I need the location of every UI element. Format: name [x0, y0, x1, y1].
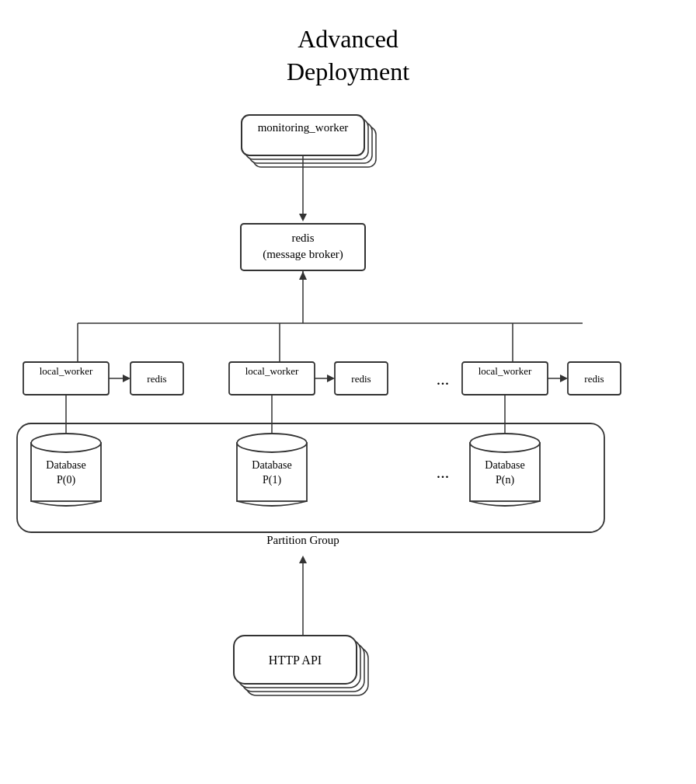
svg-marker-9	[299, 271, 307, 280]
svg-marker-31	[560, 375, 568, 382]
svg-point-27	[237, 434, 307, 452]
db-1-label-1: Database	[252, 459, 291, 471]
local-worker-1-label-1: local_worker	[40, 365, 93, 377]
svg-marker-5	[299, 214, 307, 221]
db-0-label-1: Database	[46, 459, 85, 471]
svg-point-18	[31, 434, 101, 452]
local-worker-2-label: local_worker	[245, 365, 299, 377]
redis-broker-label-2: (message broker)	[263, 248, 343, 261]
redis-1-label: redis	[147, 373, 166, 385]
redis-broker-label-1: redis	[291, 232, 314, 244]
redis-2-label: redis	[351, 373, 371, 385]
db-n-label-1: Database	[485, 459, 524, 471]
ellipsis-workers: ...	[437, 369, 450, 389]
redis-n-label: redis	[584, 373, 604, 385]
diagram-container: AdvancedDeployment monitoring_worker red…	[0, 0, 696, 784]
ellipsis-dbs: ...	[437, 462, 450, 482]
svg-marker-22	[327, 375, 335, 382]
db-0-label-2: P(0)	[57, 474, 75, 486]
partition-group-label: Partition Group	[266, 534, 339, 546]
http-api-label: HTTP API	[269, 653, 322, 667]
svg-point-36	[470, 434, 540, 452]
svg-marker-39	[299, 556, 307, 563]
svg-marker-13	[123, 375, 130, 382]
svg-rect-6	[241, 224, 365, 270]
db-n-label-2: P(n)	[496, 474, 514, 486]
monitoring-worker-label: monitoring_worker	[258, 121, 349, 134]
local-worker-n-label: local_worker	[478, 365, 532, 377]
db-1-label-2: P(1)	[263, 474, 281, 486]
